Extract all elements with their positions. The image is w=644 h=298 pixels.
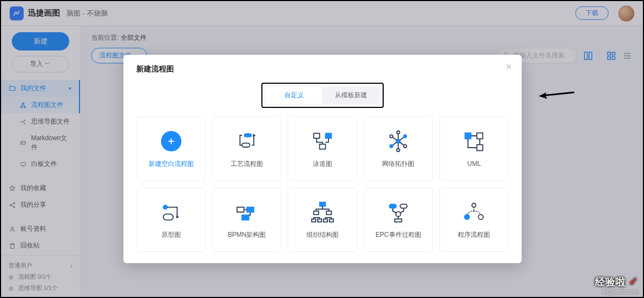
import-button[interactable]: 导入 ﹀ — [12, 56, 69, 72]
svg-rect-47 — [400, 204, 407, 208]
sidebar-item-shares[interactable]: 我的分享 — [1, 197, 80, 213]
network-icon — [386, 129, 410, 153]
card-label: 原型图 — [162, 230, 181, 239]
topbar: 迅捷画图 脑图 - 不烧脑 下载 — [1, 1, 643, 26]
svg-rect-41 — [326, 211, 331, 214]
svg-rect-17 — [608, 56, 610, 59]
process-flow-icon — [235, 129, 259, 153]
card-program-flow[interactable]: 程序流程图 — [440, 187, 509, 252]
svg-rect-0 — [23, 103, 24, 104]
annotation-arrow-icon — [538, 88, 575, 101]
svg-rect-32 — [477, 133, 483, 139]
modal-title: 新建流程图 — [136, 64, 509, 74]
folder-icon — [9, 85, 16, 92]
svg-rect-44 — [324, 219, 327, 222]
download-button[interactable]: 下载 — [575, 6, 609, 20]
sidebar-item-flowchart[interactable]: 流程图文件 — [1, 97, 80, 113]
user-icon — [9, 226, 16, 233]
sidebar-item-markdown[interactable]: Markdown文件 — [1, 130, 80, 156]
avatar[interactable] — [618, 5, 634, 21]
quota-mindmap: ⊘ 思维导图 1/1个 — [1, 282, 80, 294]
svg-rect-18 — [612, 56, 615, 59]
star-icon — [9, 185, 16, 192]
view-grid-icon[interactable] — [606, 51, 616, 61]
card-label: 新建空白流程图 — [149, 159, 194, 169]
sidebar-item-my-files[interactable]: 我的文件 ▾ — [1, 80, 80, 97]
card-label: 程序流程图 — [458, 230, 490, 239]
svg-rect-49 — [395, 219, 402, 222]
svg-point-27 — [390, 144, 393, 148]
app-logo — [10, 6, 24, 20]
card-org-chart[interactable]: 组织结构图 — [288, 187, 357, 252]
app-name: 迅捷画图 — [28, 8, 60, 18]
card-network-topology[interactable]: 网络拓扑图 — [364, 117, 433, 181]
card-label: 泳道图 — [313, 159, 332, 169]
card-process-flow[interactable]: 工艺流程图 — [212, 117, 281, 181]
check-icon: ⊘ — [9, 285, 15, 292]
card-uml[interactable]: UML — [440, 117, 509, 181]
tab-template[interactable]: 从模板新建 — [323, 87, 379, 104]
sidebar-item-mindmap[interactable]: 思维导图文件 — [1, 113, 80, 130]
tab-custom[interactable]: 自定义 — [266, 87, 323, 104]
sidebar-item-label: 流程图文件 — [31, 100, 63, 110]
card-prototype[interactable]: 原型图 — [136, 187, 206, 252]
card-blank-flowchart[interactable]: 新建空白流程图 — [136, 117, 206, 181]
view-tree-icon[interactable] — [583, 51, 593, 61]
breadcrumb: 当前位置: 全部文件 — [91, 33, 632, 42]
svg-rect-46 — [390, 204, 397, 208]
user-type-label: 普通用户 › — [1, 260, 80, 271]
card-label: 工艺流程图 — [231, 159, 263, 169]
new-button[interactable]: 新建 — [12, 32, 69, 50]
svg-point-51 — [465, 214, 470, 219]
card-swimlane[interactable]: 泳道图 — [288, 117, 357, 181]
new-flowchart-modal: 新建流程图 自定义 从模板新建 新建空白流程图 工艺流程图 泳道图 网络拓扑图 … — [123, 55, 522, 263]
sidebar: 新建 导入 ﹀ 我的文件 ▾ 流程图文件 思维导图文件 Markdown文件 白… — [1, 26, 80, 297]
svg-rect-39 — [319, 202, 325, 206]
bpmn-icon — [235, 200, 259, 224]
card-bpmn[interactable]: BPMN架构图 — [212, 187, 281, 252]
svg-rect-38 — [242, 215, 249, 220]
chevron-right-icon: › — [70, 263, 72, 269]
svg-rect-13 — [584, 52, 587, 60]
trash-icon — [9, 242, 16, 250]
svg-point-25 — [390, 135, 393, 138]
sidebar-item-recycle[interactable]: 回收站 — [1, 237, 80, 254]
card-label: 组织结构图 — [306, 230, 339, 239]
watermark: 经验啦 ✓ jingyanla.com — [595, 275, 639, 295]
check-icon: ⊘ — [9, 274, 15, 280]
svg-rect-14 — [589, 52, 592, 60]
chevron-down-icon: ▾ — [69, 85, 71, 91]
swimlane-icon — [311, 129, 334, 153]
flowchart-icon — [19, 101, 27, 109]
svg-point-29 — [397, 130, 400, 134]
svg-rect-42 — [312, 219, 316, 222]
svg-point-11 — [11, 227, 13, 229]
markdown-icon — [19, 139, 27, 147]
svg-rect-15 — [608, 52, 610, 55]
sidebar-item-account[interactable]: 账号资料 — [1, 221, 80, 237]
svg-rect-16 — [612, 52, 615, 55]
svg-rect-37 — [247, 207, 254, 212]
plus-icon — [161, 131, 181, 151]
svg-rect-21 — [313, 133, 319, 138]
close-icon[interactable] — [504, 62, 513, 71]
svg-point-4 — [24, 120, 25, 121]
card-label: 网络拓扑图 — [382, 159, 414, 169]
uml-icon — [462, 130, 486, 154]
card-epc[interactable]: EPC事件过程图 — [364, 187, 433, 252]
card-label: EPC事件过程图 — [376, 230, 421, 239]
sidebar-item-whiteboard[interactable]: 白板文件 — [1, 156, 80, 172]
sidebar-item-label: 我的文件 — [20, 84, 46, 93]
svg-rect-43 — [318, 219, 321, 222]
sidebar-footer: 普通用户 › ⊘ 流程图 0/1个 ⊘ 思维导图 1/1个 — [1, 255, 80, 297]
whiteboard-icon — [19, 161, 27, 168]
sidebar-item-favorites[interactable]: 我的收藏 — [1, 180, 80, 197]
svg-point-10 — [13, 206, 14, 207]
sidebar-item-label: 思维导图文件 — [31, 117, 70, 126]
svg-rect-20 — [242, 143, 250, 147]
view-list-icon[interactable] — [623, 51, 632, 61]
card-label: UML — [467, 160, 481, 168]
sidebar-item-label: 我的收藏 — [20, 184, 46, 193]
svg-point-9 — [13, 202, 14, 203]
orgchart-icon — [311, 200, 334, 224]
